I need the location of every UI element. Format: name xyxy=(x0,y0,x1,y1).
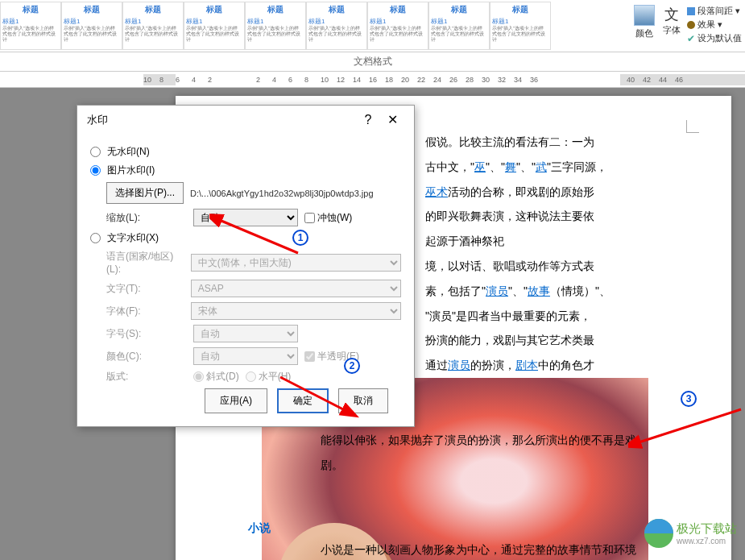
size-combo: 自动 xyxy=(193,325,298,342)
pic-watermark-radio[interactable] xyxy=(90,165,101,176)
no-watermark-radio[interactable] xyxy=(90,147,101,157)
font-label: 字体(F): xyxy=(106,305,184,318)
spacing-icon xyxy=(687,7,695,15)
scale-label: 缩放(L): xyxy=(106,211,187,225)
marker-1: 1 xyxy=(292,230,308,246)
red-arrow-icon xyxy=(209,213,306,261)
semi-check xyxy=(304,351,315,362)
style-item[interactable]: 标题标题1示例"插入"选项卡上的样式包含了此文档的样式设计 xyxy=(0,2,61,50)
size-label: 字号(S): xyxy=(106,327,187,341)
link[interactable]: 巫术 xyxy=(425,185,448,198)
close-button[interactable]: ✕ xyxy=(380,112,404,127)
link[interactable]: 武 xyxy=(536,160,547,173)
red-arrow-icon xyxy=(628,403,745,459)
style-item[interactable]: 标题标题1示例"插入"选项卡上的样式包含了此文档的样式设计 xyxy=(184,2,245,50)
format-group-label: 文档格式 xyxy=(0,52,745,72)
check-icon: ✔ xyxy=(687,33,695,44)
style-item[interactable]: 标题标题1示例"插入"选项卡上的样式包含了此文档的样式设计 xyxy=(367,2,428,50)
para-spacing-button[interactable]: 段落间距▾ xyxy=(687,5,742,17)
style-item[interactable]: 标题标题1示例"插入"选项卡上的样式包含了此文档的样式设计 xyxy=(306,2,367,50)
color-combo: 自动 xyxy=(193,347,298,365)
effect-icon xyxy=(687,21,695,29)
heading: 小说 xyxy=(248,521,271,536)
svg-line-2 xyxy=(636,409,741,443)
color-button[interactable]: 颜色 xyxy=(632,3,656,41)
link[interactable]: 舞 xyxy=(505,160,516,173)
ruler[interactable]: 1086422468101214161820222426283032343640… xyxy=(0,72,745,88)
layout-label: 版式: xyxy=(106,370,187,384)
link[interactable]: 演员 xyxy=(448,359,470,371)
pic-path: D:\...\006AkgtYgy1hd2o32wp8lj30jp0wtdp3.… xyxy=(190,189,374,198)
set-default-button[interactable]: ✔设为默认值 xyxy=(687,32,742,44)
style-gallery[interactable]: 标题标题1示例"插入"选项卡上的样式包含了此文档的样式设计 标题标题1示例"插入… xyxy=(0,0,629,52)
horiz-radio xyxy=(246,371,256,382)
font-combo: 宋体 xyxy=(191,302,401,320)
link[interactable]: 演员 xyxy=(486,284,508,297)
style-item[interactable]: 标题标题1示例"插入"选项卡上的样式包含了此文档的样式设计 xyxy=(490,2,551,50)
red-arrow-icon xyxy=(274,371,387,419)
diag-radio xyxy=(193,371,204,382)
style-item[interactable]: 标题标题1示例"插入"选项卡上的样式包含了此文档的样式设计 xyxy=(61,2,122,50)
select-pic-button[interactable]: 选择图片(P)... xyxy=(106,182,184,204)
corner-mark xyxy=(686,120,699,133)
link[interactable]: 剧本 xyxy=(515,359,538,371)
svg-line-0 xyxy=(217,219,298,253)
ribbon: 标题标题1示例"插入"选项卡上的样式包含了此文档的样式设计 标题标题1示例"插入… xyxy=(0,0,745,52)
text-watermark-radio[interactable] xyxy=(90,233,101,243)
text-combo: ASAP xyxy=(191,280,401,297)
marker-2: 2 xyxy=(344,358,360,374)
svg-line-1 xyxy=(280,377,346,411)
style-item[interactable]: 标题标题1示例"插入"选项卡上的样式包含了此文档的样式设计 xyxy=(122,2,184,50)
logo-icon xyxy=(644,519,673,548)
link[interactable]: 巫 xyxy=(474,160,486,173)
color-icon xyxy=(634,5,655,26)
style-item[interactable]: 标题标题1示例"插入"选项卡上的样式包含了此文档的样式设计 xyxy=(428,2,490,50)
text-label: 文字(T): xyxy=(106,282,184,296)
dialog-title: 水印 xyxy=(87,113,108,127)
apply-button[interactable]: 应用(A) xyxy=(205,388,267,413)
link[interactable]: 故事 xyxy=(528,284,550,297)
lang-label: 语言(国家/地区)(L): xyxy=(106,250,184,275)
style-item[interactable]: 标题标题1示例"插入"选项卡上的样式包含了此文档的样式设计 xyxy=(245,2,306,50)
help-button[interactable]: ? xyxy=(356,113,380,127)
site-logo: 极光下载站www.xz7.com xyxy=(644,519,737,548)
effect-button[interactable]: 效果▾ xyxy=(687,19,742,31)
font-button[interactable]: 文字体 xyxy=(661,3,682,38)
font-icon: 文 xyxy=(663,5,681,24)
marker-3: 3 xyxy=(681,391,697,407)
color-label: 颜色(C): xyxy=(106,350,187,363)
